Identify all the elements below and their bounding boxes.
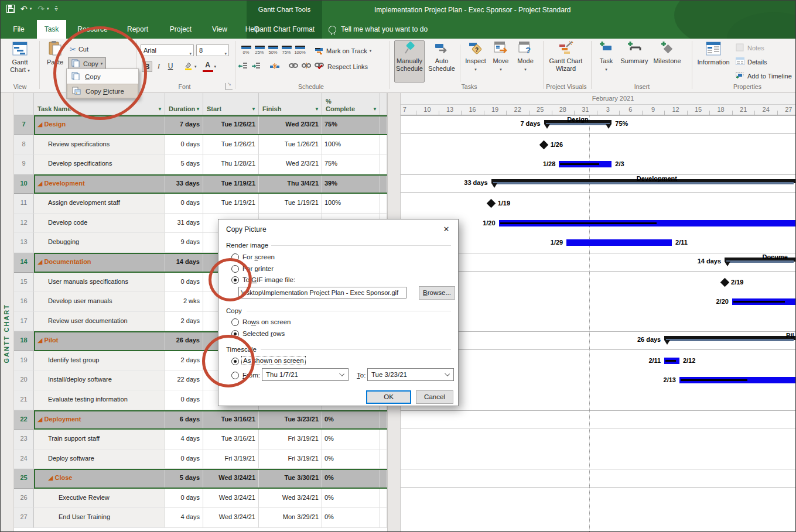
redo-dropdown-icon[interactable]: ▾ <box>47 6 49 11</box>
start-cell[interactable]: Wed 3/24/21 <box>203 469 259 489</box>
duration-cell[interactable]: 31 days <box>165 214 203 234</box>
menu-item-copy[interactable]: Copy <box>67 69 138 84</box>
summary-task-row[interactable]: 10◢ Development33 daysTue 1/19/21Thu 3/4… <box>14 174 387 194</box>
summary-task-row[interactable]: 22◢ Deployment6 daysTue 3/16/21Tue 3/23/… <box>14 410 387 430</box>
font-name-combo[interactable]: Arial▾ <box>141 44 194 56</box>
task-bar[interactable] <box>566 239 672 246</box>
task-name-cell[interactable]: End User Training <box>34 508 165 528</box>
radio-for-printer[interactable] <box>231 265 239 273</box>
task-name-cell[interactable]: Review user documentation <box>34 312 165 332</box>
insert-task-button[interactable]: Task▾ <box>595 40 618 83</box>
task-name-cell[interactable]: Executive Review <box>34 489 165 509</box>
font-size-combo[interactable]: 8▾ <box>196 44 229 56</box>
add-to-timeline-button[interactable]: Add to Timeline <box>736 70 792 82</box>
filter-arrow-icon[interactable]: ▼ <box>158 107 162 112</box>
radio-selected-rows[interactable] <box>231 330 239 338</box>
task-row[interactable]: 8Review specifications0 daysTue 1/26/21T… <box>14 135 387 155</box>
summary-task-row[interactable]: 25◢ Close5 daysWed 3/24/21Tue 3/30/210% <box>14 469 387 489</box>
insert-summary-button[interactable]: Summary <box>619 40 650 83</box>
percent-complete-100-button[interactable]: 100% <box>293 44 306 57</box>
finish-cell[interactable]: Tue 3/30/21 <box>259 469 322 489</box>
duration-cell[interactable]: 7 days <box>165 115 203 135</box>
task-name-cell[interactable]: Debugging <box>34 233 165 253</box>
pct-complete-cell[interactable]: 0% <box>322 410 380 430</box>
mark-on-track-button[interactable]: Mark on Track ▾ <box>315 45 371 57</box>
font-color-button[interactable]: A <box>203 61 213 72</box>
undo-dropdown-icon[interactable]: ▾ <box>30 6 32 11</box>
paste-button[interactable]: Paste▾ <box>43 40 67 83</box>
start-cell[interactable]: Thu 1/28/21 <box>203 155 259 174</box>
task-bar[interactable] <box>664 358 679 364</box>
task-bar[interactable] <box>559 161 611 167</box>
from-date-combo[interactable]: Thu 1/7/21 <box>262 368 349 381</box>
pct-complete-cell[interactable]: 100% <box>322 135 380 155</box>
task-row[interactable]: 11Assign development staff0 daysTue 1/19… <box>14 194 387 214</box>
gif-path-field[interactable]: )esktop\Implementation Project Plan - Ex… <box>238 287 406 298</box>
finish-cell[interactable]: Tue 3/23/21 <box>259 410 322 430</box>
indent-task-icon[interactable] <box>251 62 261 71</box>
radio-for-screen-label[interactable]: For screen <box>242 253 275 260</box>
task-row[interactable]: 27End User Training4 daysWed 3/24/21Mon … <box>14 508 387 528</box>
duration-cell[interactable]: 0 days <box>165 273 203 293</box>
copy-button[interactable]: Copy ▾ <box>68 57 106 70</box>
italic-button[interactable]: I <box>153 61 164 72</box>
radio-from-label[interactable]: From: <box>242 372 260 379</box>
start-cell[interactable]: Tue 1/26/21 <box>203 115 259 135</box>
radio-for-screen[interactable] <box>231 253 239 261</box>
task-bar[interactable] <box>679 377 795 383</box>
finish-cell[interactable]: Fri 3/19/21 <box>259 449 322 469</box>
background-color-button[interactable] <box>183 61 193 72</box>
column-header-duration[interactable]: Duration▼ <box>165 93 203 115</box>
radio-as-shown[interactable] <box>231 358 239 365</box>
pct-complete-cell[interactable]: 100% <box>322 194 380 214</box>
duration-cell[interactable]: 0 days <box>165 194 203 214</box>
task-name-cell[interactable]: ◢ Design <box>34 115 165 135</box>
start-cell[interactable]: Fri 3/19/21 <box>203 449 259 469</box>
percent-complete-50-button[interactable]: 50% <box>267 44 279 57</box>
dialog-close-button[interactable]: ✕ <box>440 224 452 235</box>
cancel-button[interactable]: Cancel <box>416 390 453 404</box>
task-name-cell[interactable]: ◢ Development <box>34 174 165 194</box>
start-cell[interactable]: Tue 1/19/21 <box>203 174 259 194</box>
filter-arrow-icon[interactable]: ▼ <box>373 107 377 112</box>
save-icon[interactable] <box>6 5 15 13</box>
duration-cell[interactable]: 0 days <box>165 135 203 155</box>
font-color-dropdown-icon[interactable]: ▾ <box>214 64 217 69</box>
task-name-cell[interactable]: ◢ Deployment <box>34 410 165 430</box>
tellme-box[interactable]: Tell me what you want to do <box>329 20 428 39</box>
radio-for-printer-label[interactable]: For printer <box>242 265 274 272</box>
duration-cell[interactable]: 5 days <box>165 469 203 489</box>
respect-links-label[interactable]: Respect Links <box>327 63 368 70</box>
tab-resource[interactable]: Resource <box>70 20 115 39</box>
finish-cell[interactable]: Wed 2/3/21 <box>259 155 322 174</box>
outdent-task-icon[interactable] <box>238 62 248 71</box>
bold-button[interactable]: B <box>142 61 152 72</box>
pct-complete-cell[interactable]: 75% <box>322 155 380 174</box>
pct-complete-cell[interactable]: 0% <box>322 430 380 449</box>
tab-file[interactable]: File <box>4 20 33 39</box>
start-cell[interactable]: Wed 3/24/21 <box>203 508 259 528</box>
task-name-cell[interactable]: ◢ Close <box>34 469 165 489</box>
task-bar[interactable] <box>732 298 795 305</box>
respect-links-icon[interactable] <box>315 62 324 71</box>
details-button[interactable]: Details <box>736 56 767 68</box>
finish-cell[interactable]: Tue 1/26/21 <box>259 135 322 155</box>
task-name-cell[interactable]: Evaluate testing information <box>34 390 165 410</box>
duration-cell[interactable]: 0 days <box>165 390 203 410</box>
task-row[interactable]: 23Train support staff4 daysTue 3/16/21Fr… <box>14 430 387 449</box>
task-name-cell[interactable]: Develop user manuals <box>34 292 165 312</box>
auto-schedule-button[interactable]: Auto Schedule <box>426 40 457 83</box>
manually-schedule-button[interactable]: Manually Schedule <box>394 40 425 83</box>
browse-button[interactable]: Browse... <box>419 286 455 300</box>
task-name-cell[interactable]: Deploy software <box>34 449 165 469</box>
radio-from[interactable] <box>231 372 239 379</box>
start-cell[interactable]: Wed 3/24/21 <box>203 489 259 509</box>
pct-complete-cell[interactable]: 0% <box>322 449 380 469</box>
task-name-cell[interactable]: User manuals specifications <box>34 273 165 293</box>
underline-button[interactable]: U <box>165 61 176 72</box>
pct-complete-cell[interactable]: 75% <box>322 115 380 135</box>
task-row[interactable]: 9Develop specifications5 daysThu 1/28/21… <box>14 155 387 174</box>
task-name-cell[interactable]: Assign development staff <box>34 194 165 214</box>
redo-button[interactable]: ↷ <box>37 4 45 13</box>
task-name-cell[interactable]: Review specifications <box>34 135 165 155</box>
